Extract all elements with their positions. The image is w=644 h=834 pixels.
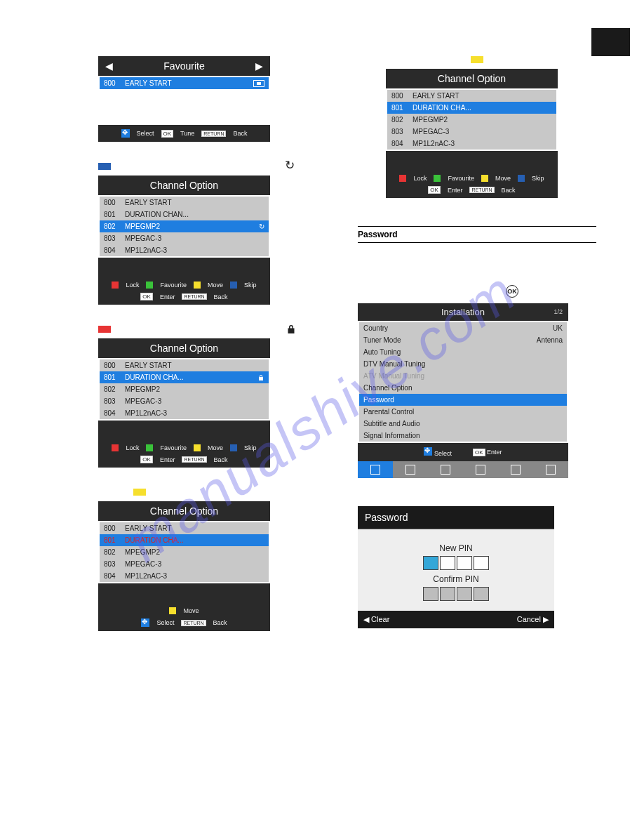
row-num: 800 xyxy=(104,524,121,532)
skip-title: Channel Option xyxy=(98,176,270,195)
password-dialog: Password New PIN Confirm PIN xyxy=(358,506,554,628)
row-num: 802 xyxy=(104,223,121,230)
yellow-chip-icon xyxy=(471,56,483,63)
pin-box[interactable] xyxy=(440,587,455,601)
tab-option[interactable] xyxy=(498,461,533,478)
move-title: Channel Option xyxy=(98,501,270,521)
list-item[interactable]: 804MP1L2nAC-3 xyxy=(387,138,556,150)
list-item[interactable]: 800EARLY START xyxy=(100,359,269,371)
list-item[interactable]: 801DURATION CHAN... xyxy=(100,208,269,220)
list-item[interactable]: 801DURATION CHA... xyxy=(100,534,269,546)
list-item[interactable]: 801DURATION CHA... xyxy=(387,102,556,114)
pin-box[interactable] xyxy=(423,587,438,601)
list-item[interactable]: 802MPEGMP2 xyxy=(387,114,556,126)
pin-box[interactable] xyxy=(457,587,472,601)
red-chip-icon xyxy=(112,282,119,289)
ok-button-icon: OK xyxy=(473,449,485,456)
install-row-password[interactable]: Password xyxy=(359,394,567,406)
row-name: MP1L2nAC-3 xyxy=(412,140,552,147)
legend-move: Move xyxy=(208,444,223,451)
list-item[interactable]: 800EARLY START xyxy=(100,522,269,534)
row-label: Parental Control xyxy=(363,408,414,416)
favourite-row[interactable]: 800 EARLY START xyxy=(100,77,269,89)
lock-intro xyxy=(98,326,295,333)
legend-row: Lock Favourite Move Skip xyxy=(389,175,555,182)
row-label: ATV Manual Tuning xyxy=(363,372,424,380)
install-row-parental[interactable]: Parental Control xyxy=(359,406,567,418)
list-item[interactable]: 804MP1L2nAC-3 xyxy=(100,244,269,256)
row-num: 803 xyxy=(104,560,121,568)
row-num: 804 xyxy=(104,246,121,254)
row-num: 801 xyxy=(104,536,121,544)
favourite-panel: ◀ Favourite ▶ 800 EARLY START Select xyxy=(98,56,270,142)
tab-installation[interactable] xyxy=(358,461,393,478)
legend-move: Move xyxy=(208,282,223,289)
left-column: ◀ Favourite ▶ 800 EARLY START Select xyxy=(98,56,295,652)
list-item[interactable]: 804MP1L2nAC-3 xyxy=(100,570,269,582)
tab-time[interactable] xyxy=(463,461,498,478)
lock-icon xyxy=(257,374,264,381)
install-row-tuner[interactable]: Tuner ModeAntenna xyxy=(359,334,567,346)
arrow-right-icon[interactable]: ▶ xyxy=(255,60,263,72)
list-item[interactable]: 802MPEGMP2↻ xyxy=(100,220,269,232)
tab-channel[interactable] xyxy=(393,461,428,478)
skip-intro xyxy=(98,163,295,170)
green-chip-icon xyxy=(146,444,153,451)
row-num: 801 xyxy=(391,104,408,112)
legend-lock: Lock xyxy=(126,282,139,289)
arrow-left-icon[interactable]: ◀ xyxy=(105,60,113,72)
row-label: Subtitle and Audio xyxy=(363,420,420,428)
hint-enter: Enter xyxy=(448,187,463,194)
row-value: Antenna xyxy=(537,336,563,344)
install-row-auto[interactable]: Auto Tuning xyxy=(359,346,567,358)
list-item[interactable]: 801DURATION CHA... xyxy=(100,371,269,383)
pin-box[interactable] xyxy=(474,587,489,601)
row-name: DURATION CHA... xyxy=(125,536,264,544)
hint-select: Select xyxy=(434,450,452,457)
page-corner-block xyxy=(591,28,630,56)
list-item[interactable]: 800EARLY START xyxy=(387,90,556,102)
legend-lock: Lock xyxy=(413,175,427,182)
install-row-channel-option[interactable]: Channel Option xyxy=(359,382,567,394)
installation-page: 1/2 xyxy=(554,308,563,315)
row-name: MPEGAC-3 xyxy=(125,560,264,568)
list-item[interactable]: 804MP1L2nAC-3 xyxy=(100,407,269,419)
move-legend: Move xyxy=(101,607,267,614)
row-name: EARLY START xyxy=(412,92,552,100)
list-item[interactable]: 803MPEGAC-3 xyxy=(100,558,269,570)
tab-lock[interactable] xyxy=(533,461,568,478)
row-label: Auto Tuning xyxy=(363,348,401,356)
tab-picture[interactable] xyxy=(428,461,463,478)
row-name: MPEGMP2 xyxy=(125,548,264,556)
install-row-signal[interactable]: Signal Information xyxy=(359,430,567,442)
install-row-subtitle[interactable]: Subtitle and Audio xyxy=(359,418,567,430)
list-item[interactable]: 803MPEGAC-3 xyxy=(100,232,269,244)
legend-skip: Skip xyxy=(244,282,257,289)
pin-box[interactable] xyxy=(474,556,489,570)
list-item[interactable]: 802MPEGMP2 xyxy=(100,546,269,558)
confirm-pin-label: Confirm PIN xyxy=(365,574,547,584)
green-chip-icon xyxy=(434,175,441,182)
move-panel: Channel Option 800EARLY START 801DURATIO… xyxy=(98,501,270,631)
lock-title: Channel Option xyxy=(98,338,270,358)
hints-row: OKEnter RETURNBack xyxy=(101,456,267,463)
list-item[interactable]: 800EARLY START xyxy=(100,197,269,208)
legend-favourite: Favourite xyxy=(160,444,187,451)
password-heading: Password xyxy=(358,226,596,243)
list-item[interactable]: 803MPEGAC-3 xyxy=(387,126,556,138)
row-name: MPEGAC-3 xyxy=(125,234,264,242)
clear-button[interactable]: ◀ Clear xyxy=(363,615,389,624)
install-row-dtv[interactable]: DTV Manual Tuning xyxy=(359,358,567,370)
install-row-country[interactable]: CountryUK xyxy=(359,322,567,334)
legend-skip: Skip xyxy=(532,175,544,182)
list-item[interactable]: 802MPEGMP2 xyxy=(100,383,269,395)
pin-box[interactable] xyxy=(440,556,455,570)
pin-box[interactable] xyxy=(423,556,438,570)
list-item[interactable]: 803MPEGAC-3 xyxy=(100,395,269,407)
row-name: DURATION CHAN... xyxy=(125,211,264,218)
row-name: MP1L2nAC-3 xyxy=(125,572,264,580)
pin-box[interactable] xyxy=(457,556,472,570)
row-name: MPEGMP2 xyxy=(125,385,264,393)
cancel-button[interactable]: Cancel ▶ xyxy=(517,615,549,624)
yellow-chip-icon xyxy=(194,444,201,451)
